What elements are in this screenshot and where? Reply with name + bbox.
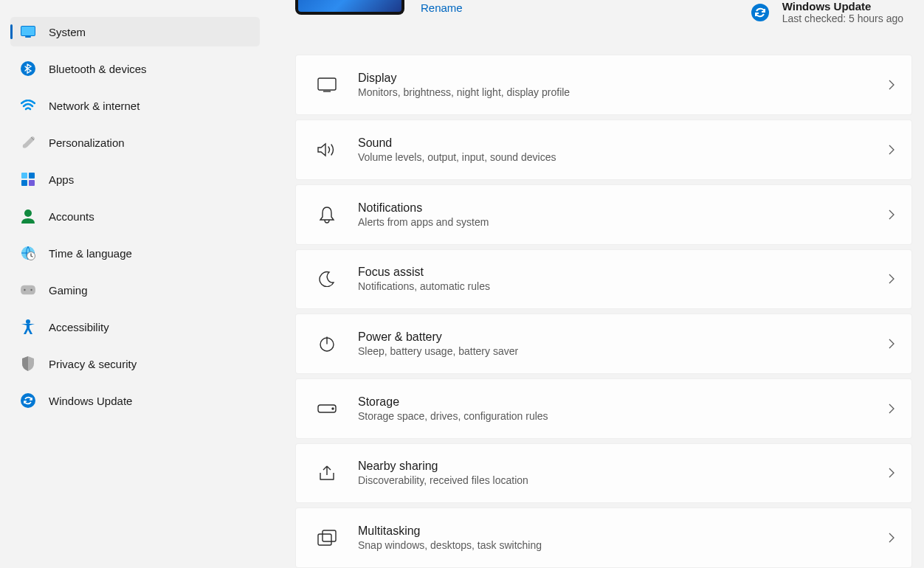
sidebar-item-label: Bluetooth & devices (49, 63, 147, 75)
svg-point-21 (332, 408, 334, 409)
sidebar-item-label: Windows Update (49, 395, 132, 407)
sidebar-item-label: Accounts (49, 210, 94, 223)
header-row: Rename Windows Update Last checked: 5 ho… (295, 0, 918, 43)
device-preview: Rename (295, 0, 463, 15)
svg-rect-23 (323, 530, 336, 541)
svg-point-13 (26, 319, 30, 324)
svg-rect-22 (318, 534, 331, 545)
multitask-icon (317, 527, 337, 548)
sidebar-item-label: Time & language (49, 247, 132, 260)
sidebar-item-label: Personalization (49, 136, 125, 149)
sidebar-item-accessibility[interactable]: Accessibility (10, 312, 260, 342)
rename-link[interactable]: Rename (421, 1, 463, 14)
sidebar-item-system[interactable]: System (10, 17, 260, 46)
card-sound[interactable]: Sound Volume levels, output, input, soun… (295, 120, 912, 180)
chevron-right-icon (888, 144, 895, 156)
svg-point-15 (751, 4, 769, 21)
card-title: Multitasking (358, 524, 867, 538)
brush-icon (21, 135, 35, 150)
shield-icon (21, 356, 35, 371)
svg-point-12 (30, 289, 32, 291)
sidebar-item-accounts[interactable]: Accounts (10, 201, 260, 231)
wifi-icon (21, 98, 35, 113)
card-subtitle: Volume levels, output, input, sound devi… (358, 151, 867, 163)
chevron-right-icon (888, 338, 895, 350)
card-notifications[interactable]: Notifications Alerts from apps and syste… (295, 184, 912, 245)
card-title: Sound (358, 136, 867, 150)
svg-rect-6 (21, 180, 27, 186)
chevron-right-icon (888, 209, 895, 221)
card-power-battery[interactable]: Power & battery Sleep, battery usage, ba… (295, 314, 912, 374)
card-storage[interactable]: Storage Storage space, drives, configura… (295, 378, 912, 439)
sync-icon (21, 393, 35, 408)
card-title: Power & battery (358, 330, 867, 344)
main-content: Rename Windows Update Last checked: 5 ho… (266, 0, 924, 568)
card-title: Display (358, 72, 867, 85)
svg-rect-7 (29, 180, 35, 186)
moon-icon (317, 269, 337, 289)
bluetooth-icon (21, 61, 35, 76)
gamepad-icon (21, 283, 35, 297)
bell-icon (317, 204, 337, 225)
sidebar-item-label: Accessibility (49, 321, 109, 333)
card-subtitle: Monitors, brightness, night light, displ… (358, 86, 867, 98)
chevron-right-icon (888, 79, 895, 91)
speaker-icon (317, 139, 337, 160)
device-thumbnail (295, 0, 404, 15)
card-subtitle: Alerts from apps and system (358, 216, 867, 228)
sidebar-item-windows-update[interactable]: Windows Update (10, 386, 260, 415)
svg-rect-16 (318, 78, 336, 90)
card-multitasking[interactable]: Multitasking Snap windows, desktops, tas… (295, 508, 912, 568)
card-focus-assist[interactable]: Focus assist Notifications, automatic ru… (295, 249, 912, 310)
update-subtitle: Last checked: 5 hours ago (782, 13, 903, 24)
accessibility-icon (21, 319, 35, 334)
sidebar-item-label: Privacy & security (49, 358, 137, 370)
display-icon (317, 75, 337, 95)
sidebar-item-label: Apps (49, 173, 74, 186)
share-icon (317, 463, 337, 483)
card-title: Notifications (358, 201, 867, 215)
chevron-right-icon (888, 467, 895, 479)
svg-rect-2 (25, 36, 31, 38)
card-subtitle: Snap windows, desktops, task switching (358, 539, 867, 551)
sidebar-item-personalization[interactable]: Personalization (10, 128, 260, 157)
svg-point-8 (24, 209, 32, 217)
svg-point-11 (24, 289, 25, 291)
card-subtitle: Discoverability, received files location (358, 474, 867, 486)
svg-rect-5 (29, 173, 35, 179)
globe-clock-icon (21, 246, 35, 260)
sidebar-item-network[interactable]: Network & internet (10, 91, 260, 120)
sidebar-item-label: Network & internet (49, 100, 139, 112)
card-title: Nearby sharing (358, 460, 867, 473)
apps-icon (21, 172, 35, 187)
chevron-right-icon (888, 273, 895, 285)
sidebar-item-privacy[interactable]: Privacy & security (10, 349, 260, 378)
card-nearby-sharing[interactable]: Nearby sharing Discoverability, received… (295, 443, 912, 504)
drive-icon (317, 398, 337, 419)
settings-cards-list: Display Monitors, brightness, night ligh… (295, 55, 918, 568)
sidebar-item-label: Gaming (49, 284, 88, 297)
card-title: Storage (358, 395, 867, 409)
card-subtitle: Storage space, drives, configuration rul… (358, 410, 867, 422)
sidebar-item-apps[interactable]: Apps (10, 164, 260, 194)
card-title: Focus assist (358, 266, 867, 279)
update-title: Windows Update (782, 0, 903, 13)
svg-rect-1 (21, 27, 35, 35)
power-icon (317, 333, 337, 354)
sidebar-item-bluetooth[interactable]: Bluetooth & devices (10, 54, 260, 83)
card-subtitle: Notifications, automatic rules (358, 280, 867, 292)
sidebar-item-time-language[interactable]: Time & language (10, 238, 260, 268)
svg-rect-4 (21, 173, 27, 179)
sync-circle-icon (751, 4, 769, 21)
monitor-icon (21, 24, 35, 39)
sidebar-item-label: System (49, 26, 86, 38)
windows-update-status[interactable]: Windows Update Last checked: 5 hours ago (751, 0, 903, 24)
chevron-right-icon (888, 403, 895, 415)
chevron-right-icon (888, 532, 895, 544)
sidebar-item-gaming[interactable]: Gaming (10, 275, 260, 305)
sidebar: System Bluetooth & devices Network & int… (0, 0, 266, 568)
card-display[interactable]: Display Monitors, brightness, night ligh… (295, 55, 912, 115)
svg-point-14 (21, 393, 35, 408)
person-icon (21, 209, 35, 224)
card-subtitle: Sleep, battery usage, battery saver (358, 345, 867, 357)
